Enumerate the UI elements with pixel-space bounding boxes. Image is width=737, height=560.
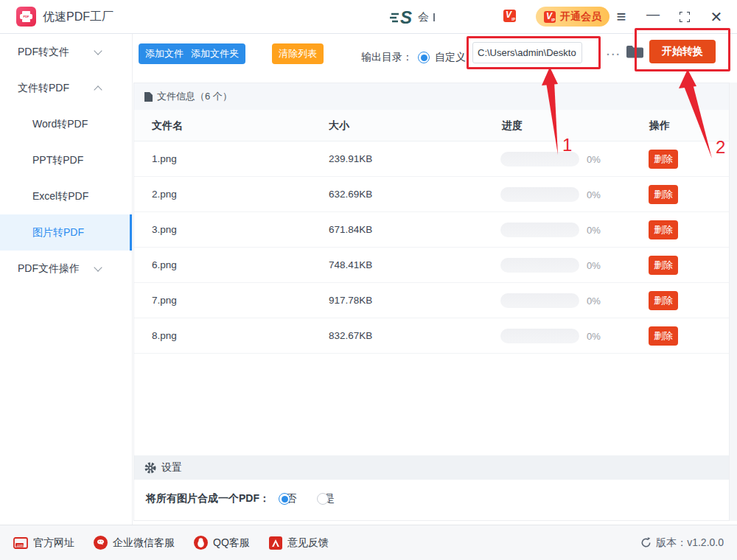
maximize-icon[interactable] [677,10,692,24]
delete-button[interactable]: 删除 [649,220,678,239]
chevron-up-icon [94,85,102,94]
sidebar-item-label: PDF转文件 [18,46,69,59]
table-row: 8.png 832.67KB 0% 删除 [134,318,729,354]
vip-icon[interactable]: VIP [503,10,516,22]
progress-percent: 0% [587,295,601,307]
file-size: 671.84KB [329,224,372,235]
refresh-icon [640,537,652,548]
sidebar-item-ppt-to-pdf[interactable]: PPT转PDF [0,142,132,178]
svg-text:.com: .com [16,543,24,547]
progress-percent: 0% [587,331,601,342]
sidebar-item-label: PDF文件操作 [18,262,80,276]
chevron-down-icon [94,46,102,55]
delete-button[interactable]: 删除 [649,256,678,275]
open-vip-button[interactable]: VIP 开通会员 [536,7,609,27]
settings-row: 将所有图片合成一个PDF： 否 是 [134,480,729,518]
progress-bar [500,293,579,308]
delete-button[interactable]: 删除 [649,185,678,204]
footer: .com 官方网址 企业微信客服 QQ客服 [0,525,737,560]
titlebar: PDF 优速PDF工厂 S 会 VIP VIP 开通会员 ≡ — [0,0,737,34]
table-row: 6.png 748.41KB 0% 删除 [134,248,729,283]
wechat-icon [94,536,108,550]
file-name: 6.png [152,259,177,270]
folder-icon[interactable] [626,45,643,61]
table-row: 7.png 917.78KB 0% 删除 [134,283,729,318]
table-row: 1.png 239.91KB 0% 删除 [134,141,729,177]
delete-button[interactable]: 删除 [649,150,678,169]
browse-ellipsis-button[interactable]: ··· [607,49,621,60]
add-folder-button[interactable]: 添加文件夹 [184,43,245,64]
progress-percent: 0% [587,260,601,271]
vip-icon: VIP [544,11,556,23]
output-dir-label: 输出目录： [361,51,413,64]
sidebar-item-word-to-pdf[interactable]: Word转PDF [0,106,132,142]
table-row: 3.png 671.84KB 0% 删除 [134,212,729,248]
progress-bar [500,223,579,237]
chevron-down-icon [94,263,102,271]
table-header: 文件名 大小 进度 操作 [134,110,729,141]
sidebar-item-label: 文件转PDF [18,82,69,95]
close-icon[interactable]: ✕ [709,10,724,24]
merge-setting-label: 将所有图片合成一个PDF： [146,492,270,505]
column-action: 操作 [649,119,670,133]
sidebar-item-pdf-operations[interactable]: PDF文件操作 [0,251,132,287]
pdf-printer-icon: PDF [20,11,32,22]
panel-right-margin [730,83,737,521]
column-size: 大小 [329,119,349,133]
delete-button[interactable]: 删除 [649,326,678,346]
file-size: 748.41KB [329,259,372,270]
wechat-service-link[interactable]: 企业微信客服 [94,536,175,550]
sidebar-subitem-label: PPT转PDF [32,154,83,167]
main-area: 添加文件 添加文件夹 清除列表 输出目录： 自定义 ··· 开始转换 [133,34,737,525]
progress-bar [500,329,579,343]
website-icon: .com [13,537,28,549]
file-name: 8.png [152,330,177,341]
qq-service-link[interactable]: QQ客服 [194,536,250,550]
custom-radio-label: 自定义 [435,51,466,64]
output-path-input[interactable] [472,42,582,63]
member-banner[interactable]: S 会 [389,6,435,28]
window-controls: ≡ — ✕ [614,0,724,33]
file-name: 1.png [152,153,177,164]
sidebar-subitem-label: Word转PDF [32,118,88,131]
merge-yes-radio[interactable] [317,493,329,505]
sidebar-item-excel-to-pdf[interactable]: Excel转PDF [0,178,132,214]
version-info: 版本：v1.2.0.0 [640,536,724,550]
member-text-clipped [433,13,435,21]
start-convert-button[interactable]: 开始转换 [649,40,716,63]
progress-bar [500,152,579,167]
qq-icon [194,536,208,550]
file-size: 239.91KB [329,153,372,164]
output-dir-group: 输出目录： 自定义 [361,46,466,69]
file-name: 2.png [152,189,177,200]
minimize-icon[interactable]: — [646,10,660,24]
app-title: 优速PDF工厂 [43,10,113,25]
column-progress: 进度 [502,119,523,133]
progress-percent: 0% [587,154,601,165]
settings-header: 设置 [134,455,729,480]
official-website-link[interactable]: .com 官方网址 [13,536,74,550]
file-info-title: 文件信息（6 个） [157,90,232,103]
column-filename: 文件名 [152,119,183,133]
svg-text:S: S [400,7,412,27]
sidebar-item-image-to-pdf[interactable]: 图片转PDF [0,214,132,251]
feedback-link[interactable]: 意见反馈 [269,536,329,550]
merge-no-radio[interactable] [279,493,290,505]
footer-links: .com 官方网址 企业微信客服 QQ客服 [13,536,329,550]
custom-radio[interactable] [418,52,430,63]
sidebar-item-pdf-to-file[interactable]: PDF转文件 [0,34,132,70]
add-file-button[interactable]: 添加文件 [139,43,190,64]
document-icon [144,92,153,102]
settings-title: 设置 [161,461,182,475]
speed-s-logo-icon: S [389,7,414,27]
sidebar-item-file-to-pdf[interactable]: 文件转PDF [0,70,132,106]
delete-button[interactable]: 删除 [649,291,678,310]
feedback-icon [269,536,282,550]
toolbar: 添加文件 添加文件夹 清除列表 输出目录： 自定义 ··· 开始转换 [133,34,737,82]
app-logo-icon: PDF [16,7,36,27]
sidebar-subitem-label: Excel转PDF [32,190,88,203]
clear-list-button[interactable]: 清除列表 [272,43,324,64]
progress-percent: 0% [587,225,601,236]
member-banner-text: 会 [418,10,429,24]
menu-icon[interactable]: ≡ [614,10,629,24]
